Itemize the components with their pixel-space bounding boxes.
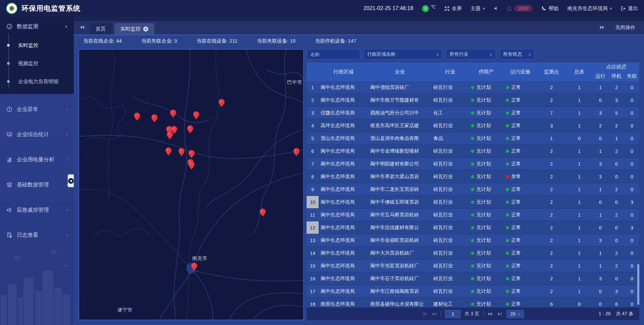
status-dot-green	[471, 226, 474, 229]
map-pin[interactable]	[193, 111, 199, 120]
sidebar-item-应急减排管理[interactable]: 应急减排管理‹	[0, 200, 74, 220]
table-row[interactable]: 10阆中生态环境局阆中千佛镇五郎垭页岩砖瓦行业无计划正常21003	[307, 196, 639, 209]
region-cell: 阆中生态环境局	[319, 209, 368, 221]
chevron-left-icon: ‹	[66, 208, 68, 212]
header-subcolumn-运行: 运行	[592, 71, 608, 81]
chevron-down-icon: ∨	[436, 52, 439, 57]
enterprise-cell: 阆中市光富页岩机砖厂	[368, 260, 431, 272]
monitor-points-cell: 2	[537, 94, 566, 106]
tab-实时监控[interactable]: 实时监控✕	[114, 23, 154, 35]
running-count-cell: 0	[592, 298, 608, 308]
map-pin[interactable]	[189, 150, 195, 158]
table-row[interactable]: 18南部生态环境局南部县砚华山水泥有限公建材化工无计划正常60060	[307, 298, 639, 308]
status-dot-green	[471, 99, 474, 102]
top-header: 环保用电监管系统 2021-02-25 17:46:18 0 ℃ 全屏 主题 ▾	[0, 0, 644, 17]
sidebar-subitem-实时监控[interactable]: 实时监控	[0, 36, 74, 54]
sidebar-item-基础数据管理[interactable]: 基础数据管理‹	[0, 175, 74, 195]
sidebar-collapse-button[interactable]: ◀	[68, 174, 74, 187]
table-row[interactable]: 16阆中生态环境局阆中市石子页岩机砖厂砖瓦行业无计划正常21300	[307, 272, 639, 285]
enterprise-cell: 阆中大兴页岩机砖厂	[368, 247, 431, 259]
map-pin[interactable]	[165, 147, 171, 156]
table-row[interactable]: 15阆中生态环境局阆中市光富页岩机砖厂砖瓦行业无计划正常21120	[307, 260, 639, 272]
sound-toggle-button[interactable]	[493, 6, 498, 11]
table-row[interactable]: 8阆中生态环境局阆中市枣碧大梁山页岩砖瓦行业无计划异常21300	[307, 170, 639, 183]
map-panel[interactable]: 巴中市南充市遂宁市	[78, 49, 304, 320]
sidebar-item-企业综合统计[interactable]: 企业综合统计‹	[0, 125, 74, 144]
map-pin[interactable]	[170, 110, 176, 118]
notifications[interactable]: 2632	[507, 5, 533, 12]
logout-button[interactable]: 退出	[621, 5, 638, 12]
help-button[interactable]: 帮助	[541, 5, 558, 12]
status-text: 无计划	[476, 110, 491, 116]
table-row[interactable]: 7阆中生态环境局阆中明阳建材有限公司砖瓦行业无计划正常21300	[307, 158, 639, 170]
sidebar-item-日志查看[interactable]: 日志查看‹	[0, 225, 74, 245]
tabs-scroll-left-icon[interactable]	[80, 25, 85, 31]
map-pin[interactable]	[219, 99, 225, 107]
map-pin[interactable]	[151, 114, 157, 123]
industry-filter-select[interactable]: 所有行业 ∨	[446, 49, 496, 60]
stopped-count-cell: 3	[608, 285, 625, 297]
region-cell: 阆中生态环境局	[319, 196, 368, 208]
table-row[interactable]: 1阆中生态环境局阆中强锐页岩砖厂砖瓦行业无计划正常21120	[307, 81, 639, 94]
map-pin[interactable]	[189, 161, 195, 170]
table-row[interactable]: 3仪陇生态环境局西南油气田分公司川中化工无计划正常71350	[307, 107, 639, 119]
running-count-cell: 3	[592, 107, 608, 119]
org-menu[interactable]: 南充市生态环境局 ▾	[567, 5, 612, 12]
industry-cell: 砖瓦行业	[431, 158, 469, 170]
region-filter-select[interactable]: 行政区域名称 ∨	[364, 49, 442, 60]
close-icon[interactable]: ✕	[143, 26, 148, 32]
map-pin[interactable]	[134, 113, 140, 121]
sidebar-item-企业异常[interactable]: 企业异常‹	[0, 100, 74, 119]
page-number-input[interactable]: 1	[445, 310, 461, 318]
industry-cell: 砖瓦行业	[431, 260, 469, 272]
first-page-button[interactable]	[422, 312, 427, 316]
sidebar-item-企业用电量分析[interactable]: 企业用电量分析‹	[0, 150, 74, 169]
map-pin[interactable]	[260, 209, 266, 217]
sidebar-subitem-视频监控[interactable]: 视频监控	[0, 54, 74, 72]
vertical-scrollbar[interactable]	[637, 264, 639, 305]
row-index-cell: 14	[307, 247, 319, 259]
table-row[interactable]: 6阆中生态环境局阆中市金博瑞新型墙材砖瓦行业无计划正常21120	[307, 145, 639, 158]
enterprise-cell: 阆中千佛镇五郎垭页岩	[368, 196, 431, 208]
status-text: 正常	[511, 199, 521, 205]
map-pin[interactable]	[178, 148, 184, 156]
sidebar-item-数据监测[interactable]: 数据监测∨	[0, 17, 74, 36]
next-page-button[interactable]	[488, 312, 493, 316]
status-text: 正常	[511, 186, 521, 193]
chevron-left-icon: ‹	[66, 132, 68, 137]
table-row[interactable]: 9阆中生态环境局阆中市二龙长宝页岩砖砖瓦行业无计划正常21120	[307, 183, 639, 196]
table-row[interactable]: 11阆中生态环境局阆中市五马桥页岩机砖砖瓦行业无计划正常21120	[307, 209, 639, 221]
last-page-button[interactable]	[497, 312, 502, 316]
theme-menu[interactable]: 主题 ▾	[471, 5, 485, 12]
sidebar-subitem-企业电力负荷明细[interactable]: 企业电力负荷明细	[0, 72, 74, 91]
lost-count-cell: 0	[625, 247, 639, 259]
table-row[interactable]: 13阆中生态环境局阆中市金福旺页岩机砖砖瓦行业无计划正常21300	[307, 234, 639, 247]
sidebar-nav: 数据监测∨实时监控视频监控企业电力负荷明细企业异常‹企业综合统计‹企业用电量分析…	[0, 17, 74, 245]
status-text: 无计划	[476, 173, 491, 180]
table-row[interactable]: 5营山生态环境局营山县润丰肉食品有限食品无计划正常10010	[307, 132, 639, 145]
total-pages-label: 共 3 页	[465, 311, 479, 317]
previous-page-button[interactable]	[431, 312, 437, 316]
table-row[interactable]: 17阆中生态环境局阆中市江南镇阆南页岩砖瓦行业无计划正常21030	[307, 285, 639, 298]
table-row[interactable]: 4高坪生态环境局南充市高坪区王家店建砖瓦行业无计划正常31220	[307, 119, 639, 132]
close-operations-button[interactable]: 关闭操作	[615, 24, 635, 31]
map-pin[interactable]	[187, 125, 193, 134]
row-index-cell: 5	[307, 132, 319, 145]
tabs-scroll-right-icon[interactable]	[599, 25, 604, 31]
table-row[interactable]: 12阆中生态环境局阆中市忠信建材有限公砖瓦行业无计划正常21003	[307, 221, 639, 234]
status-filter-select[interactable]: 所有状态 ∨	[499, 49, 535, 60]
table-row[interactable]: 14阆中生态环境局阆中大兴页岩机砖厂砖瓦行业无计划正常21120	[307, 247, 639, 260]
chevron-down-icon: ∨	[65, 24, 68, 29]
table-row[interactable]: 2阆中生态环境局阆中市南方节能建材有砖瓦行业无计划正常21030	[307, 94, 639, 107]
stop-limit-status-cell: 无计划	[469, 94, 504, 106]
region-cell: 阆中生态环境局	[319, 247, 368, 259]
tab-首页[interactable]: 首页	[90, 23, 112, 35]
status-dot-green	[471, 277, 474, 280]
name-filter-input[interactable]	[307, 49, 360, 60]
chevron-left-icon: ‹	[66, 233, 68, 237]
fullscreen-button[interactable]: 全屏	[444, 5, 462, 12]
map-pin[interactable]	[167, 131, 173, 140]
monitor-points-cell: 2	[537, 260, 566, 272]
page-size-select[interactable]: 20 ∨	[506, 310, 524, 318]
map-pin[interactable]	[293, 148, 300, 156]
